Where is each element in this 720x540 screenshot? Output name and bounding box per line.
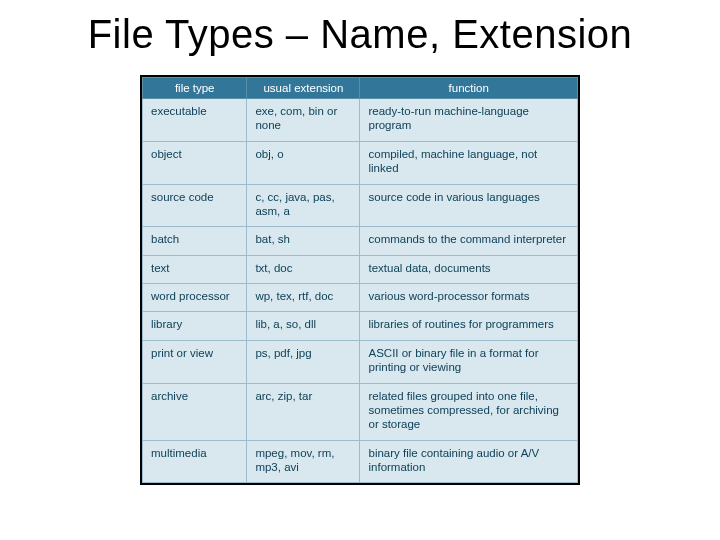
table-row: library lib, a, so, dll libraries of rou… — [143, 312, 578, 340]
cell-function: compiled, machine language, not linked — [360, 141, 578, 184]
cell-extension: arc, zip, tar — [247, 383, 360, 440]
slide: File Types – Name, Extension file type u… — [0, 0, 720, 540]
cell-function: textual data, documents — [360, 255, 578, 283]
cell-extension: c, cc, java, pas, asm, a — [247, 184, 360, 227]
table-row: print or view ps, pdf, jpg ASCII or bina… — [143, 340, 578, 383]
cell-file-type: text — [143, 255, 247, 283]
cell-file-type: word processor — [143, 284, 247, 312]
cell-file-type: source code — [143, 184, 247, 227]
table-header-row: file type usual extension function — [143, 78, 578, 99]
header-file-type: file type — [143, 78, 247, 99]
cell-function: ready-to-run machine-language program — [360, 99, 578, 142]
table-row: word processor wp, tex, rtf, doc various… — [143, 284, 578, 312]
cell-extension: obj, o — [247, 141, 360, 184]
cell-file-type: library — [143, 312, 247, 340]
cell-file-type: object — [143, 141, 247, 184]
cell-file-type: print or view — [143, 340, 247, 383]
table-row: archive arc, zip, tar related files grou… — [143, 383, 578, 440]
cell-file-type: executable — [143, 99, 247, 142]
cell-extension: lib, a, so, dll — [247, 312, 360, 340]
cell-function: related files grouped into one file, som… — [360, 383, 578, 440]
table-row: batch bat, sh commands to the command in… — [143, 227, 578, 255]
file-types-table: file type usual extension function execu… — [142, 77, 578, 483]
file-types-table-container: file type usual extension function execu… — [140, 75, 580, 485]
cell-extension: exe, com, bin or none — [247, 99, 360, 142]
cell-function: libraries of routines for programmers — [360, 312, 578, 340]
cell-extension: mpeg, mov, rm, mp3, avi — [247, 440, 360, 483]
cell-function: commands to the command interpreter — [360, 227, 578, 255]
cell-function: ASCII or binary file in a format for pri… — [360, 340, 578, 383]
page-title: File Types – Name, Extension — [40, 12, 680, 57]
cell-file-type: archive — [143, 383, 247, 440]
cell-file-type: batch — [143, 227, 247, 255]
table-row: source code c, cc, java, pas, asm, a sou… — [143, 184, 578, 227]
header-function: function — [360, 78, 578, 99]
table-row: multimedia mpeg, mov, rm, mp3, avi binar… — [143, 440, 578, 483]
cell-file-type: multimedia — [143, 440, 247, 483]
cell-extension: ps, pdf, jpg — [247, 340, 360, 383]
cell-extension: bat, sh — [247, 227, 360, 255]
cell-extension: wp, tex, rtf, doc — [247, 284, 360, 312]
table-row: text txt, doc textual data, documents — [143, 255, 578, 283]
cell-function: source code in various languages — [360, 184, 578, 227]
cell-extension: txt, doc — [247, 255, 360, 283]
table-row: executable exe, com, bin or none ready-t… — [143, 99, 578, 142]
header-extension: usual extension — [247, 78, 360, 99]
cell-function: various word-processor formats — [360, 284, 578, 312]
cell-function: binary file containing audio or A/V info… — [360, 440, 578, 483]
table-row: object obj, o compiled, machine language… — [143, 141, 578, 184]
